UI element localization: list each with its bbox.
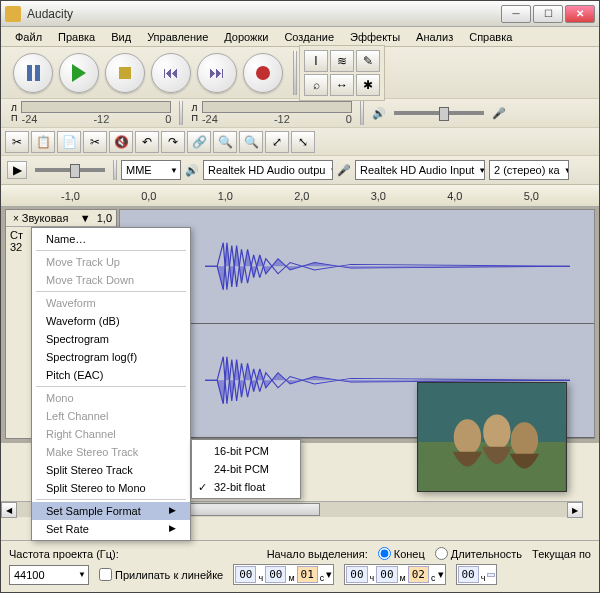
edit-toolbar: ✂ 📋 📄 ✂ 🔇 ↶ ↷ 🔗 🔍 🔍 ⤢ ⤡ <box>5 131 315 153</box>
device-toolbar: ▶ MME▼ 🔊 Realtek HD Audio outpu▼ 🎤 Realt… <box>1 156 599 185</box>
ctx-spectrogram-log[interactable]: Spectrogram log(f) <box>32 348 190 366</box>
titlebar[interactable]: Audacity ─ ☐ ✕ <box>1 1 599 27</box>
scroll-thumb[interactable] <box>182 503 320 516</box>
ctx-waveform-db[interactable]: Waveform (dB) <box>32 312 190 330</box>
fit-project-button[interactable]: ⤡ <box>291 131 315 153</box>
menu-edit[interactable]: Правка <box>50 29 103 44</box>
output-volume-slider[interactable] <box>394 111 484 115</box>
mixer-toolbar: 🔊 🎤 <box>366 107 512 120</box>
menu-transport[interactable]: Управление <box>139 29 216 44</box>
meter-channels-label: Л П <box>11 103 17 123</box>
ctx-set-rate[interactable]: Set Rate▶ <box>32 520 190 538</box>
play-at-speed-button[interactable]: ▶ <box>7 161 27 179</box>
cut-button[interactable]: ✂ <box>5 131 29 153</box>
mic-icon: 🎤 <box>492 107 506 120</box>
scroll-left-button[interactable]: ◀ <box>1 502 17 518</box>
zoom-out-button[interactable]: 🔍 <box>239 131 263 153</box>
play-speed-slider[interactable] <box>35 168 105 172</box>
selection-end-time[interactable]: 00ч 00м 02с ▾ <box>344 564 445 585</box>
ctx-move-up: Move Track Up <box>32 253 190 271</box>
zoom-tool[interactable]: ⌕ <box>304 74 328 96</box>
input-device-combo[interactable]: Realtek HD Audio Input▼ <box>355 160 485 180</box>
speaker-icon: 🔊 <box>185 164 199 177</box>
link-button[interactable]: 🔗 <box>187 131 211 153</box>
duration-radio[interactable]: Длительность <box>435 547 522 560</box>
track-menu-button[interactable]: ▼ <box>80 212 91 224</box>
menu-effects[interactable]: Эффекты <box>342 29 408 44</box>
envelope-tool[interactable]: ≋ <box>330 50 354 72</box>
timeline-ruler[interactable]: -1,0 0,0 1,0 2,0 3,0 4,0 5,0 <box>1 185 599 207</box>
playback-meter[interactable]: Л П -24-120 <box>5 101 177 125</box>
project-rate-combo[interactable]: 44100▼ <box>9 565 89 585</box>
ctx-split-stereo[interactable]: Split Stereo Track <box>32 461 190 479</box>
transport-toolbar: ⏮ ⏭ <box>5 47 291 99</box>
play-button[interactable] <box>59 53 99 93</box>
undo-button[interactable]: ↶ <box>135 131 159 153</box>
format-16bit[interactable]: 16-bit PCM <box>192 442 300 460</box>
zoom-in-button[interactable]: 🔍 <box>213 131 237 153</box>
track-scale-label: 1,0 <box>97 212 112 224</box>
svg-point-3 <box>483 414 510 449</box>
mic-icon: 🎤 <box>337 164 351 177</box>
menu-generate[interactable]: Создание <box>276 29 342 44</box>
format-32float[interactable]: 32-bit float <box>192 478 300 496</box>
audio-position-time[interactable]: 00ч <box>456 564 498 585</box>
menu-view[interactable]: Вид <box>103 29 139 44</box>
ctx-waveform[interactable]: Waveform <box>32 294 190 312</box>
skip-start-button[interactable]: ⏮ <box>151 53 191 93</box>
ctx-set-sample-format[interactable]: Set Sample Format▶ <box>32 502 190 520</box>
format-24bit[interactable]: 24-bit PCM <box>192 460 300 478</box>
redo-button[interactable]: ↷ <box>161 131 185 153</box>
waveform-left-channel <box>205 238 570 295</box>
app-icon <box>5 6 21 22</box>
ctx-split-mono[interactable]: Split Stereo to Mono <box>32 479 190 497</box>
fit-selection-button[interactable]: ⤢ <box>265 131 289 153</box>
skip-end-button[interactable]: ⏭ <box>197 53 237 93</box>
record-button[interactable] <box>243 53 283 93</box>
track-context-menu: Name… Move Track Up Move Track Down Wave… <box>31 227 191 541</box>
audio-host-combo[interactable]: MME▼ <box>121 160 181 180</box>
paste-button[interactable]: 📄 <box>57 131 81 153</box>
selection-start-label: Начало выделения: <box>267 548 368 560</box>
stop-button[interactable] <box>105 53 145 93</box>
ctx-name[interactable]: Name… <box>32 230 190 248</box>
end-radio[interactable]: Конец <box>378 547 425 560</box>
selection-tool[interactable]: I <box>304 50 328 72</box>
close-button[interactable]: ✕ <box>565 5 595 23</box>
menu-file[interactable]: Файл <box>7 29 50 44</box>
meter-channels-label: Л П <box>191 103 197 123</box>
ctx-spectrogram[interactable]: Spectrogram <box>32 330 190 348</box>
ctx-move-down: Move Track Down <box>32 271 190 289</box>
minimize-button[interactable]: ─ <box>501 5 531 23</box>
selection-start-time[interactable]: 00ч 00м 01с ▾ <box>233 564 334 585</box>
trim-button[interactable]: ✂ <box>83 131 107 153</box>
tools-toolbar: I ≋ ✎ ⌕ ↔ ✱ <box>299 45 385 101</box>
maximize-button[interactable]: ☐ <box>533 5 563 23</box>
draw-tool[interactable]: ✎ <box>356 50 380 72</box>
svg-point-4 <box>511 422 538 457</box>
window-title: Audacity <box>27 7 501 21</box>
sample-format-submenu: 16-bit PCM 24-bit PCM 32-bit float <box>191 439 301 499</box>
svg-point-2 <box>454 419 481 454</box>
copy-button[interactable]: 📋 <box>31 131 55 153</box>
record-meter[interactable]: Л П -24-120 <box>185 101 357 125</box>
project-rate-label: Частота проекта (Гц): <box>9 548 119 560</box>
menu-help[interactable]: Справка <box>461 29 520 44</box>
scroll-right-button[interactable]: ▶ <box>567 502 583 518</box>
menu-tracks[interactable]: Дорожки <box>216 29 276 44</box>
pause-button[interactable] <box>13 53 53 93</box>
multi-tool[interactable]: ✱ <box>356 74 380 96</box>
silence-button[interactable]: 🔇 <box>109 131 133 153</box>
snap-checkbox[interactable]: Прилипать к линейке <box>99 568 223 581</box>
position-label: Текущая по <box>532 548 591 560</box>
ctx-pitch[interactable]: Pitch (EAC) <box>32 366 190 384</box>
ctx-make-stereo: Make Stereo Track <box>32 443 190 461</box>
timeshift-tool[interactable]: ↔ <box>330 74 354 96</box>
app-window: Audacity ─ ☐ ✕ Файл Правка Вид Управлени… <box>0 0 600 593</box>
output-device-combo[interactable]: Realtek HD Audio outpu▼ <box>203 160 333 180</box>
ctx-right-channel: Right Channel <box>32 425 190 443</box>
menu-analyze[interactable]: Анализ <box>408 29 461 44</box>
speaker-icon: 🔊 <box>372 107 386 120</box>
input-channels-combo[interactable]: 2 (стерео) ка▼ <box>489 160 569 180</box>
track-close-button[interactable]: × <box>10 213 22 224</box>
